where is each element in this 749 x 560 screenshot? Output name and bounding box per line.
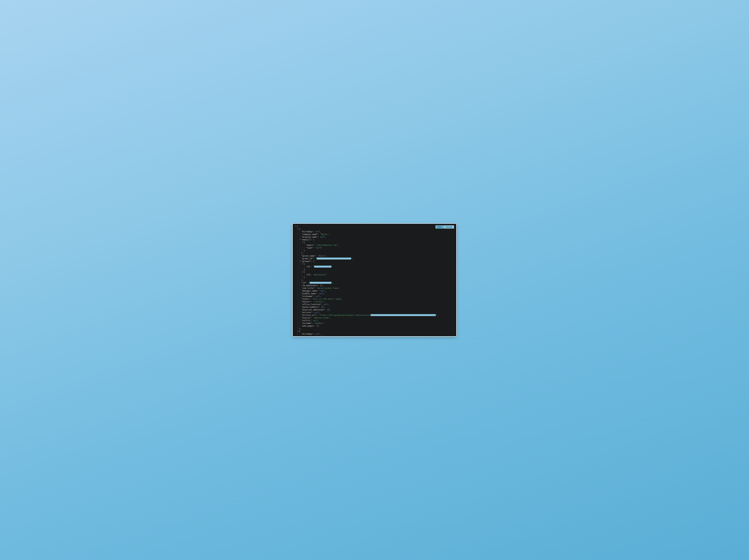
disclosure-triangle-icon[interactable] <box>298 228 299 229</box>
json-line: } <box>294 249 455 252</box>
json-line: "picture": null, <box>294 311 455 314</box>
json-line: ], <box>294 279 455 282</box>
json-line: "birthday": null, <box>294 230 455 233</box>
json-line: "physical_addresses": [], <box>294 309 455 311</box>
json-line: "company_name": "Nylas", <box>294 233 455 236</box>
raw-button[interactable]: Raw <box>435 225 444 229</box>
disclosure-triangle-icon[interactable] <box>298 331 299 332</box>
json-line: "display_name": null, <box>294 236 455 239</box>
json-line: "job_title": "Nylas DevRel Team", <box>294 287 455 290</box>
json-line: "grant_id": "", <box>294 257 455 260</box>
json-line: "source": "address_book", <box>294 316 455 319</box>
redacted-value <box>314 266 331 268</box>
json-line: { <box>294 241 455 244</box>
json-line: "emails": [ <box>294 239 455 241</box>
redacted-value <box>309 282 331 284</box>
json-line: { <box>294 271 455 273</box>
parsed-button[interactable]: Parsed <box>444 225 454 229</box>
json-line: "groups": [ <box>294 260 455 263</box>
json-line: "notes": "This is *the best* swag", <box>294 298 455 300</box>
json-line: "manager_name": null, <box>294 290 455 292</box>
disclosure-triangle-icon[interactable] <box>300 261 301 262</box>
disclosure-triangle-icon[interactable] <box>302 272 303 272</box>
json-line: "email": "devrel@nylas.com", <box>294 244 455 246</box>
view-toggle: Raw Parsed <box>435 225 454 229</box>
redacted-value <box>370 314 436 316</box>
json-line: }, <box>294 327 455 330</box>
disclosure-triangle-icon[interactable] <box>295 226 297 227</box>
json-line: "object": "contact", <box>294 300 455 303</box>
json-line: [ <box>294 225 455 228</box>
json-line: "suffix": null, <box>294 319 455 322</box>
json-line: "type": "work" <box>294 246 455 249</box>
disclosure-triangle-icon[interactable] <box>302 242 303 243</box>
json-line: { <box>294 330 455 333</box>
json-line: "office_location": null, <box>294 303 455 306</box>
json-line: "company_name": null, <box>294 335 455 336</box>
json-line: } <box>294 276 455 279</box>
json-viewer-panel: Raw Parsed [{"birthday": null,"company_n… <box>292 223 457 337</box>
json-line: ], <box>294 252 455 254</box>
json-line: "id": "", <box>294 282 455 284</box>
json-line: "im_addresses": [], <box>294 284 455 287</box>
disclosure-triangle-icon[interactable] <box>302 264 303 265</box>
disclosure-triangle-icon[interactable] <box>300 239 301 240</box>
json-line: "given_name": "Nylas", <box>294 254 455 257</box>
json-line: "id": "" <box>294 265 455 268</box>
json-line: "web_pages": [] <box>294 324 455 327</box>
json-line: "phone_numbers": [], <box>294 306 455 309</box>
json-line: { <box>294 263 455 265</box>
json-line: }, <box>294 268 455 271</box>
json-line: "id": "myContacts" <box>294 273 455 276</box>
json-line: "middle_name": null, <box>294 292 455 295</box>
json-line: "birthday": null, <box>294 333 455 335</box>
json-tree[interactable]: [{"birthday": null,"company_name": "Nyla… <box>294 225 455 336</box>
json-line: "nickname": null, <box>294 295 455 298</box>
redacted-value <box>317 257 351 260</box>
json-line: "picture_url": "https://lh3.googleuserco… <box>294 314 455 316</box>
json-line: "surname": "DevRel", <box>294 322 455 324</box>
json-line: { <box>294 228 455 230</box>
